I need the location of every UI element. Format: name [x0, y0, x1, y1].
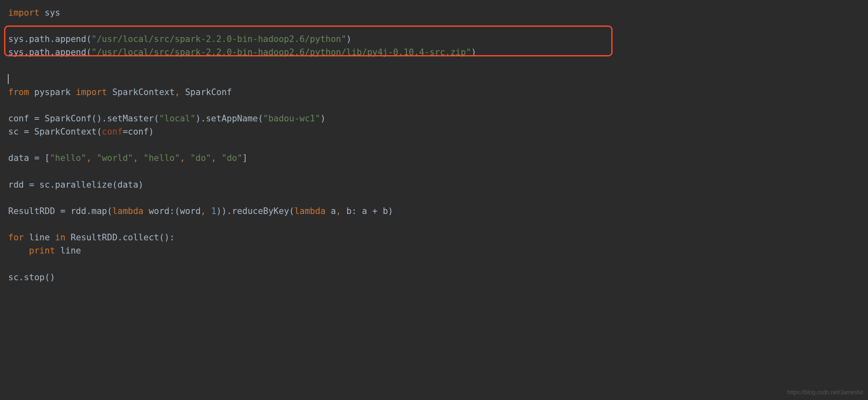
- string-literal: "local": [159, 114, 196, 123]
- paren: ): [471, 47, 476, 57]
- text-cursor: [8, 74, 9, 84]
- string-literal: "/usr/local/src/spark-2.2.0-bin-hadoop2.…: [91, 47, 471, 57]
- keyword-print: print: [29, 246, 55, 256]
- code-text: sys.path.append(: [8, 34, 91, 44]
- comma: ,: [175, 87, 180, 97]
- paren: ): [346, 34, 352, 44]
- watermark-text: https://blog.csdn.net/Jameslvt: [787, 388, 863, 397]
- code-text: ResultRDD = rdd.map(: [8, 206, 112, 216]
- comma: ,: [211, 153, 216, 163]
- code-text: ResultRDD.collect():: [65, 233, 175, 242]
- comma: ,: [133, 153, 139, 163]
- keyword-from: from: [8, 87, 29, 97]
- code-text: sys.path.append(: [8, 47, 91, 57]
- string-literal: "do": [190, 153, 211, 163]
- code-text: sc = SparkContext(: [8, 127, 102, 137]
- string-literal: "hello": [50, 153, 86, 163]
- code-text: sc.stop(): [8, 272, 55, 282]
- code-text: a: [325, 206, 336, 216]
- paren: ): [320, 114, 326, 123]
- module-sys: sys: [45, 8, 60, 18]
- code-text: word:(word: [144, 206, 201, 216]
- code-text: =conf): [123, 127, 154, 137]
- comma: ,: [201, 206, 206, 216]
- code-text: ).setAppName(: [195, 114, 263, 123]
- string-literal: "hello": [144, 153, 180, 163]
- class-sparkcontext: SparkContext: [112, 87, 175, 97]
- code-text: )).reduceByKey(: [216, 206, 295, 216]
- string-literal: "do": [222, 153, 243, 163]
- module-pyspark: pyspark: [34, 87, 71, 97]
- string-literal: "badou-wc1": [263, 114, 320, 123]
- bracket: ]: [242, 153, 248, 163]
- code-editor[interactable]: import sys sys.path.append("/usr/local/s…: [8, 6, 860, 284]
- code-text: line: [24, 233, 55, 242]
- keyword-in: in: [55, 233, 65, 242]
- comma: ,: [336, 206, 341, 216]
- string-literal: "/usr/local/src/spark-2.2.0-bin-hadoop2.…: [91, 34, 346, 44]
- keyword-import: import: [76, 87, 107, 97]
- comma: ,: [86, 153, 92, 163]
- code-text: rdd = sc.parallelize(data): [8, 180, 144, 190]
- keyword-import: import: [8, 8, 39, 18]
- class-sparkconf: SparkConf: [185, 87, 232, 97]
- code-text: b: a + b): [341, 206, 393, 216]
- code-text: conf = SparkConf().setMaster(: [8, 114, 159, 123]
- keyword-lambda: lambda: [294, 206, 325, 216]
- number-literal: 1: [211, 206, 216, 216]
- keyword-for: for: [8, 233, 24, 242]
- param-conf: conf: [102, 127, 123, 137]
- indent: [8, 246, 29, 256]
- code-text: line: [55, 246, 81, 256]
- code-text: data = [: [8, 153, 50, 163]
- keyword-lambda: lambda: [112, 206, 144, 216]
- comma: ,: [180, 153, 185, 163]
- string-literal: "world": [97, 153, 133, 163]
